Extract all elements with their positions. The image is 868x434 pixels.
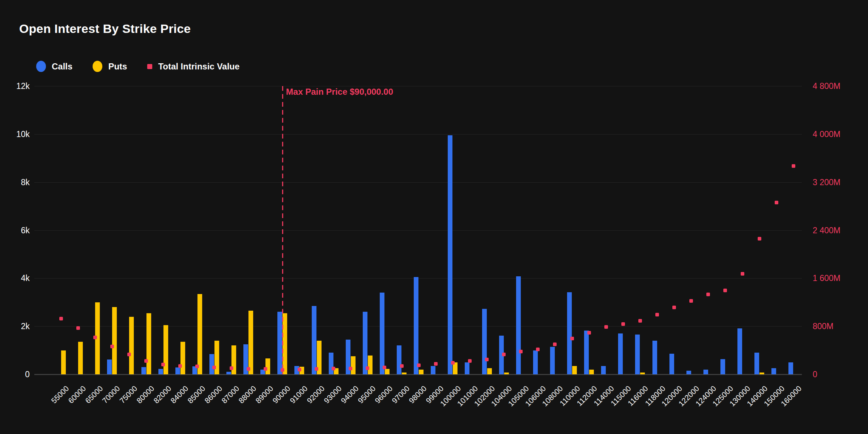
calls-bar[interactable] xyxy=(431,366,435,374)
total-intrinsic-value-point[interactable] xyxy=(434,362,438,366)
total-intrinsic-value-point[interactable] xyxy=(76,326,80,330)
calls-bar[interactable] xyxy=(158,369,163,374)
puts-bar[interactable] xyxy=(129,317,134,374)
calls-bar[interactable] xyxy=(414,277,418,374)
puts-bar[interactable] xyxy=(760,373,764,374)
total-intrinsic-value-point[interactable] xyxy=(59,317,63,320)
calls-bar[interactable] xyxy=(465,362,469,374)
puts-bar[interactable] xyxy=(282,313,287,374)
total-intrinsic-value-point[interactable] xyxy=(298,368,301,371)
total-intrinsic-value-point[interactable] xyxy=(349,367,352,370)
legend-item-total-intrinsic-value[interactable]: Total Intrinsic Value xyxy=(147,61,239,72)
total-intrinsic-value-point[interactable] xyxy=(519,350,523,353)
calls-bar[interactable] xyxy=(550,347,555,374)
total-intrinsic-value-point[interactable] xyxy=(502,353,506,356)
calls-bar[interactable] xyxy=(771,368,776,374)
puts-bar[interactable] xyxy=(487,368,492,374)
calls-bar[interactable] xyxy=(380,293,384,374)
total-intrinsic-value-point[interactable] xyxy=(553,342,557,346)
total-intrinsic-value-point[interactable] xyxy=(127,353,131,356)
calls-bar[interactable] xyxy=(584,331,589,374)
calls-bar[interactable] xyxy=(363,312,367,374)
calls-bar[interactable] xyxy=(754,353,759,374)
total-intrinsic-value-point[interactable] xyxy=(604,325,608,329)
total-intrinsic-value-point[interactable] xyxy=(485,358,489,361)
calls-bar[interactable] xyxy=(175,367,180,374)
total-intrinsic-value-point[interactable] xyxy=(723,289,727,292)
calls-bar[interactable] xyxy=(737,328,742,374)
total-intrinsic-value-point[interactable] xyxy=(570,337,574,340)
legend-item-puts[interactable]: Puts xyxy=(93,61,127,72)
calls-bar[interactable] xyxy=(601,366,606,374)
total-intrinsic-value-point[interactable] xyxy=(775,201,778,204)
calls-bar[interactable] xyxy=(618,333,623,374)
puts-bar[interactable] xyxy=(163,325,168,374)
puts-bar[interactable] xyxy=(78,342,83,374)
total-intrinsic-value-point[interactable] xyxy=(161,363,165,366)
calls-bar[interactable] xyxy=(516,276,521,374)
calls-bar[interactable] xyxy=(226,372,231,374)
total-intrinsic-value-point[interactable] xyxy=(247,367,250,371)
total-intrinsic-value-point[interactable] xyxy=(144,359,148,363)
puts-bar[interactable] xyxy=(61,350,66,374)
total-intrinsic-value-point[interactable] xyxy=(417,363,421,367)
total-intrinsic-value-point[interactable] xyxy=(383,366,386,369)
total-intrinsic-value-point[interactable] xyxy=(315,367,318,371)
calls-bar[interactable] xyxy=(669,354,674,374)
puts-bar[interactable] xyxy=(180,342,185,374)
puts-bar[interactable] xyxy=(402,373,407,374)
calls-bar[interactable] xyxy=(720,359,725,374)
calls-bar[interactable] xyxy=(567,292,572,374)
total-intrinsic-value-point[interactable] xyxy=(536,348,540,351)
total-intrinsic-value-point[interactable] xyxy=(706,293,710,296)
total-intrinsic-value-point[interactable] xyxy=(638,319,642,323)
puts-bar[interactable] xyxy=(368,356,373,374)
total-intrinsic-value-point[interactable] xyxy=(587,331,591,335)
calls-bar[interactable] xyxy=(107,359,112,374)
total-intrinsic-value-point[interactable] xyxy=(264,367,267,371)
total-intrinsic-value-point[interactable] xyxy=(178,364,182,368)
puts-bar[interactable] xyxy=(572,366,577,374)
total-intrinsic-value-point[interactable] xyxy=(655,313,659,316)
calls-bar[interactable] xyxy=(397,345,401,374)
puts-bar[interactable] xyxy=(197,294,202,374)
calls-bar[interactable] xyxy=(209,354,214,374)
calls-bar[interactable] xyxy=(329,353,333,374)
total-intrinsic-value-point[interactable] xyxy=(332,367,335,370)
puts-bar[interactable] xyxy=(419,370,424,374)
total-intrinsic-value-point[interactable] xyxy=(741,272,744,276)
puts-bar[interactable] xyxy=(640,373,645,374)
total-intrinsic-value-point[interactable] xyxy=(621,322,625,326)
calls-bar[interactable] xyxy=(141,367,146,374)
total-intrinsic-value-point[interactable] xyxy=(758,237,761,241)
puts-bar[interactable] xyxy=(589,370,594,374)
calls-bar[interactable] xyxy=(482,309,487,374)
puts-bar[interactable] xyxy=(351,356,356,374)
total-intrinsic-value-point[interactable] xyxy=(195,365,199,368)
puts-bar[interactable] xyxy=(265,358,270,374)
total-intrinsic-value-point[interactable] xyxy=(400,364,404,368)
calls-bar[interactable] xyxy=(448,135,452,374)
legend-item-calls[interactable]: Calls xyxy=(36,61,72,72)
calls-bar[interactable] xyxy=(312,306,316,374)
calls-bar[interactable] xyxy=(635,335,640,374)
total-intrinsic-value-point[interactable] xyxy=(451,361,455,365)
puts-bar[interactable] xyxy=(146,313,151,374)
total-intrinsic-value-point[interactable] xyxy=(672,306,676,309)
puts-bar[interactable] xyxy=(504,373,509,374)
puts-bar[interactable] xyxy=(214,341,219,374)
calls-bar[interactable] xyxy=(533,350,538,374)
calls-bar[interactable] xyxy=(652,341,657,374)
puts-bar[interactable] xyxy=(231,345,236,374)
total-intrinsic-value-point[interactable] xyxy=(689,299,693,303)
total-intrinsic-value-point[interactable] xyxy=(93,336,97,339)
total-intrinsic-value-point[interactable] xyxy=(110,345,114,348)
total-intrinsic-value-point[interactable] xyxy=(468,359,472,363)
total-intrinsic-value-point[interactable] xyxy=(212,366,216,369)
calls-bar[interactable] xyxy=(686,371,691,374)
puts-bar[interactable] xyxy=(248,311,253,374)
total-intrinsic-value-point[interactable] xyxy=(792,164,795,168)
puts-bar[interactable] xyxy=(112,307,117,374)
calls-bar[interactable] xyxy=(277,312,282,374)
puts-bar[interactable] xyxy=(385,369,390,374)
